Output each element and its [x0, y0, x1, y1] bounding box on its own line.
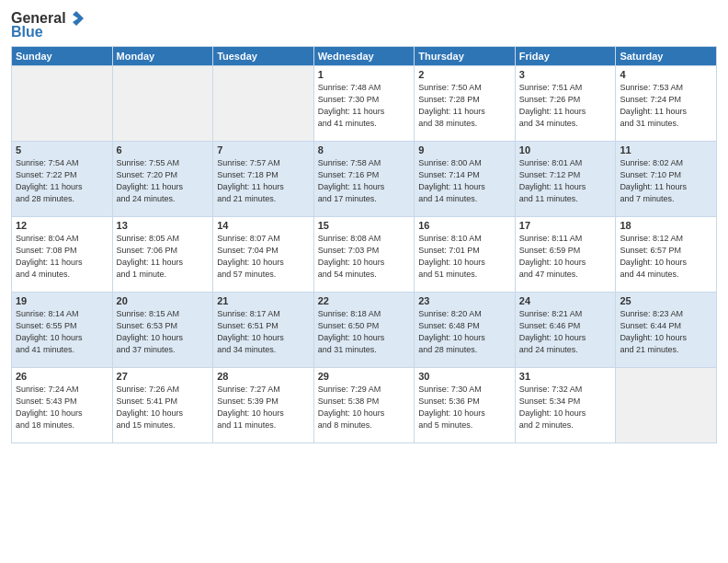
calendar-cell: 31Sunrise: 7:32 AM Sunset: 5:34 PM Dayli… [515, 368, 616, 443]
calendar-cell: 14Sunrise: 8:07 AM Sunset: 7:04 PM Dayli… [213, 217, 314, 293]
day-number: 30 [418, 371, 511, 382]
day-number: 3 [519, 69, 612, 80]
day-info: Sunrise: 8:15 AM Sunset: 6:53 PM Dayligh… [117, 308, 210, 356]
calendar-cell: 11Sunrise: 8:02 AM Sunset: 7:10 PM Dayli… [616, 142, 717, 217]
day-number: 14 [217, 220, 310, 231]
calendar-week-row: 26Sunrise: 7:24 AM Sunset: 5:43 PM Dayli… [12, 368, 717, 443]
calendar-cell: 24Sunrise: 8:21 AM Sunset: 6:46 PM Dayli… [515, 293, 616, 368]
day-info: Sunrise: 8:07 AM Sunset: 7:04 PM Dayligh… [217, 233, 310, 281]
calendar-cell: 20Sunrise: 8:15 AM Sunset: 6:53 PM Dayli… [112, 293, 213, 368]
day-info: Sunrise: 8:18 AM Sunset: 6:50 PM Dayligh… [318, 308, 411, 356]
calendar-week-row: 12Sunrise: 8:04 AM Sunset: 7:08 PM Dayli… [12, 217, 717, 293]
day-info: Sunrise: 7:54 AM Sunset: 7:22 PM Dayligh… [16, 157, 108, 205]
day-info: Sunrise: 8:08 AM Sunset: 7:03 PM Dayligh… [318, 233, 411, 281]
day-number: 20 [117, 295, 210, 306]
day-info: Sunrise: 7:55 AM Sunset: 7:20 PM Dayligh… [117, 157, 210, 205]
day-number: 27 [117, 371, 210, 382]
weekday-header-monday: Monday [112, 47, 213, 66]
calendar-cell: 1Sunrise: 7:48 AM Sunset: 7:30 PM Daylig… [313, 66, 415, 142]
day-number: 12 [16, 220, 108, 231]
calendar-week-row: 1Sunrise: 7:48 AM Sunset: 7:30 PM Daylig… [12, 66, 717, 142]
day-number: 7 [217, 144, 310, 155]
day-info: Sunrise: 7:32 AM Sunset: 5:34 PM Dayligh… [519, 384, 612, 431]
logo-icon [67, 9, 85, 28]
calendar-cell: 12Sunrise: 8:04 AM Sunset: 7:08 PM Dayli… [12, 217, 113, 293]
calendar-week-row: 19Sunrise: 8:14 AM Sunset: 6:55 PM Dayli… [12, 293, 717, 368]
calendar-cell [112, 66, 213, 142]
page-container: General Blue SundayMondayTuesdayWednesda… [0, 0, 728, 563]
day-number: 15 [318, 220, 411, 231]
calendar-cell: 3Sunrise: 7:51 AM Sunset: 7:26 PM Daylig… [515, 66, 616, 142]
calendar-cell: 9Sunrise: 8:00 AM Sunset: 7:14 PM Daylig… [415, 142, 516, 217]
calendar-cell: 8Sunrise: 7:58 AM Sunset: 7:16 PM Daylig… [313, 142, 415, 217]
page-header: General Blue [11, 9, 717, 40]
calendar-cell: 23Sunrise: 8:20 AM Sunset: 6:48 PM Dayli… [415, 293, 516, 368]
calendar-header-row: SundayMondayTuesdayWednesdayThursdayFrid… [12, 47, 717, 66]
day-number: 31 [519, 371, 612, 382]
weekday-header-sunday: Sunday [12, 47, 113, 66]
day-number: 16 [418, 220, 511, 231]
day-number: 6 [117, 144, 210, 155]
calendar-cell: 17Sunrise: 8:11 AM Sunset: 6:59 PM Dayli… [515, 217, 616, 293]
day-number: 24 [519, 295, 612, 306]
day-number: 26 [16, 371, 108, 382]
day-info: Sunrise: 7:53 AM Sunset: 7:24 PM Dayligh… [620, 82, 712, 130]
day-number: 29 [318, 371, 411, 382]
day-info: Sunrise: 8:10 AM Sunset: 7:01 PM Dayligh… [418, 233, 511, 281]
svg-marker-0 [73, 11, 84, 26]
logo-blue-text: Blue [11, 24, 43, 40]
day-number: 5 [16, 144, 108, 155]
day-info: Sunrise: 8:12 AM Sunset: 6:57 PM Dayligh… [620, 233, 712, 281]
day-number: 18 [620, 220, 712, 231]
day-info: Sunrise: 8:14 AM Sunset: 6:55 PM Dayligh… [16, 308, 108, 356]
day-number: 19 [16, 295, 108, 306]
calendar-cell: 18Sunrise: 8:12 AM Sunset: 6:57 PM Dayli… [616, 217, 717, 293]
weekday-header-thursday: Thursday [415, 47, 516, 66]
weekday-header-tuesday: Tuesday [213, 47, 314, 66]
calendar-cell: 10Sunrise: 8:01 AM Sunset: 7:12 PM Dayli… [515, 142, 616, 217]
day-number: 25 [620, 295, 712, 306]
day-number: 22 [318, 295, 411, 306]
day-number: 17 [519, 220, 612, 231]
day-number: 8 [318, 144, 411, 155]
day-info: Sunrise: 7:57 AM Sunset: 7:18 PM Dayligh… [217, 157, 310, 205]
day-info: Sunrise: 8:02 AM Sunset: 7:10 PM Dayligh… [620, 157, 712, 205]
calendar-cell: 5Sunrise: 7:54 AM Sunset: 7:22 PM Daylig… [12, 142, 113, 217]
calendar-cell [12, 66, 113, 142]
calendar-cell: 15Sunrise: 8:08 AM Sunset: 7:03 PM Dayli… [313, 217, 415, 293]
calendar-cell: 22Sunrise: 8:18 AM Sunset: 6:50 PM Dayli… [313, 293, 415, 368]
calendar-cell: 28Sunrise: 7:27 AM Sunset: 5:39 PM Dayli… [213, 368, 314, 443]
calendar-cell: 25Sunrise: 8:23 AM Sunset: 6:44 PM Dayli… [616, 293, 717, 368]
calendar-cell: 4Sunrise: 7:53 AM Sunset: 7:24 PM Daylig… [616, 66, 717, 142]
day-number: 2 [418, 69, 511, 80]
day-number: 13 [117, 220, 210, 231]
weekday-header-friday: Friday [515, 47, 616, 66]
logo: General Blue [11, 9, 85, 40]
calendar-cell: 26Sunrise: 7:24 AM Sunset: 5:43 PM Dayli… [12, 368, 113, 443]
day-info: Sunrise: 8:01 AM Sunset: 7:12 PM Dayligh… [519, 157, 612, 205]
day-info: Sunrise: 7:51 AM Sunset: 7:26 PM Dayligh… [519, 82, 612, 130]
day-number: 11 [620, 144, 712, 155]
day-info: Sunrise: 7:30 AM Sunset: 5:36 PM Dayligh… [418, 384, 511, 431]
calendar-cell: 13Sunrise: 8:05 AM Sunset: 7:06 PM Dayli… [112, 217, 213, 293]
day-info: Sunrise: 8:17 AM Sunset: 6:51 PM Dayligh… [217, 308, 310, 356]
calendar-cell: 27Sunrise: 7:26 AM Sunset: 5:41 PM Dayli… [112, 368, 213, 443]
calendar-week-row: 5Sunrise: 7:54 AM Sunset: 7:22 PM Daylig… [12, 142, 717, 217]
day-info: Sunrise: 8:20 AM Sunset: 6:48 PM Dayligh… [418, 308, 511, 356]
day-number: 9 [418, 144, 511, 155]
calendar-cell: 19Sunrise: 8:14 AM Sunset: 6:55 PM Dayli… [12, 293, 113, 368]
day-info: Sunrise: 8:11 AM Sunset: 6:59 PM Dayligh… [519, 233, 612, 281]
calendar-cell: 2Sunrise: 7:50 AM Sunset: 7:28 PM Daylig… [415, 66, 516, 142]
day-number: 4 [620, 69, 712, 80]
day-info: Sunrise: 8:00 AM Sunset: 7:14 PM Dayligh… [418, 157, 511, 205]
day-info: Sunrise: 8:04 AM Sunset: 7:08 PM Dayligh… [16, 233, 108, 281]
day-number: 10 [519, 144, 612, 155]
day-info: Sunrise: 8:23 AM Sunset: 6:44 PM Dayligh… [620, 308, 712, 356]
day-info: Sunrise: 7:58 AM Sunset: 7:16 PM Dayligh… [318, 157, 411, 205]
calendar-cell: 7Sunrise: 7:57 AM Sunset: 7:18 PM Daylig… [213, 142, 314, 217]
day-info: Sunrise: 7:50 AM Sunset: 7:28 PM Dayligh… [418, 82, 511, 130]
day-info: Sunrise: 7:24 AM Sunset: 5:43 PM Dayligh… [16, 384, 108, 431]
calendar-cell: 29Sunrise: 7:29 AM Sunset: 5:38 PM Dayli… [313, 368, 415, 443]
calendar-cell: 21Sunrise: 8:17 AM Sunset: 6:51 PM Dayli… [213, 293, 314, 368]
weekday-header-saturday: Saturday [616, 47, 717, 66]
